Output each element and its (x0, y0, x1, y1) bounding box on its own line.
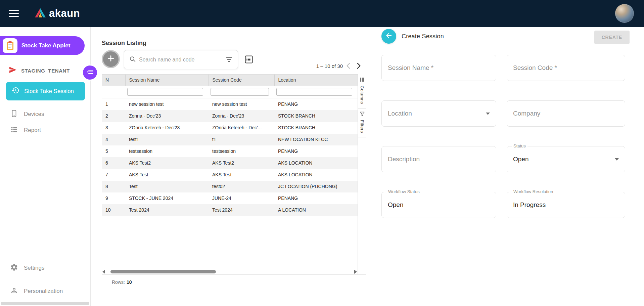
session-code-field-wrap (507, 55, 625, 81)
company-input[interactable] (513, 110, 619, 117)
filter-input-session-code[interactable] (211, 88, 269, 96)
cell-code: new session test (209, 98, 274, 110)
table-row[interactable]: 9STOCK - JUNE 2024JUNE-24PENANG (102, 192, 358, 204)
user-avatar[interactable] (615, 4, 634, 23)
cell-code: Zonria - Dec'23 (209, 110, 274, 122)
gear-icon (10, 263, 18, 273)
status-select[interactable]: Status Open (507, 146, 625, 172)
filter-input-location[interactable] (276, 88, 352, 96)
tab-filters[interactable]: Filters (358, 108, 366, 137)
column-header-session-code[interactable]: Session Code (209, 75, 274, 86)
search-box (124, 50, 238, 69)
tenant-selector[interactable]: STAGING_TENANT (9, 66, 90, 75)
status-label: Status (512, 143, 527, 148)
session-table: N Session Name Session Code Location (102, 74, 358, 216)
cell-location: JC LOCATION (PUCHONG) (274, 181, 358, 192)
cell-code: JUNE-24 (209, 192, 274, 204)
cell-location: PENANG (274, 192, 358, 204)
column-header-location[interactable]: Location (274, 75, 358, 86)
sidebar-item-report[interactable]: Report (0, 122, 90, 138)
rows-label: Rows: (112, 279, 125, 285)
cell-n: 3 (102, 122, 125, 134)
cell-location: STOCK BRANCH (274, 110, 358, 122)
cell-code: Test 2024 (209, 204, 274, 216)
cell-name: new session test (125, 98, 209, 110)
arrow-left-icon (385, 32, 393, 41)
table-hscrollbar[interactable] (102, 269, 358, 274)
app-window: akaun Stock Take Applet (0, 0, 644, 306)
cell-name: AKS Test2 (125, 157, 209, 169)
location-input[interactable] (388, 110, 490, 117)
sidebar-collapse-button[interactable] (82, 64, 98, 81)
search-input[interactable] (139, 57, 223, 63)
cell-n: 4 (102, 134, 125, 145)
cell-location: PENANG (274, 145, 358, 157)
menu-open-icon (86, 68, 94, 77)
workflow-status-value: Open (388, 201, 403, 209)
table-row[interactable]: 3ZOnria Ketereh - Dec'23ZOnria Ketereh -… (102, 122, 358, 134)
table-row[interactable]: 1new session testnew session testPENANG (102, 98, 358, 110)
panel-title: Create Session (402, 33, 444, 40)
table-row[interactable]: 6AKS Test2AKS Test2AKS LOCATION (102, 157, 358, 169)
browser-hscrollbar-thumb[interactable] (1, 302, 89, 305)
brand-name: akaun (49, 7, 80, 19)
scroll-right-arrow-icon[interactable] (354, 270, 357, 274)
filter-list-icon[interactable] (225, 56, 233, 63)
plus-icon (106, 54, 115, 64)
listing-title: Session Listing (102, 40, 366, 47)
table-row[interactable]: 4test1t1NEW LOCATION KLCC (102, 134, 358, 145)
workflow-resolution-field[interactable]: Workflow Resolution In Progress (507, 192, 625, 218)
sidebar-item-label: Stock Take Session (24, 88, 74, 95)
sidebar-item-settings[interactable]: Settings (0, 260, 90, 276)
cell-code: AKS Test2 (209, 157, 274, 169)
company-field-wrap (507, 100, 625, 127)
applet-header[interactable]: Stock Take Applet (0, 36, 85, 55)
columns-icon (360, 77, 365, 83)
cell-name: testsession (125, 145, 209, 157)
sidebar-item-stock-take-session[interactable]: Stock Take Session (6, 82, 85, 100)
topbar: akaun (0, 0, 644, 27)
column-header-n[interactable]: N (102, 75, 125, 86)
table-row[interactable]: 5testsessiontestsessionPENANG (102, 145, 358, 157)
cell-location: NEW LOCATION KLCC (274, 134, 358, 145)
table-row[interactable]: 10Test 2024Test 2024A LOCATION (102, 204, 358, 216)
table-row[interactable]: 8Testtest02JC LOCATION (PUCHONG) (102, 181, 358, 192)
pagination-prev-icon[interactable] (344, 61, 353, 70)
back-button[interactable] (381, 29, 396, 44)
sidebar-item-devices[interactable]: Devices (0, 106, 90, 122)
search-icon (129, 55, 136, 64)
create-button[interactable]: CREATE (594, 31, 630, 44)
sidebar-item-personalization[interactable]: Personalization (0, 283, 90, 299)
tenant-icon (9, 66, 17, 75)
session-name-input[interactable] (388, 64, 490, 72)
chevron-down-icon (615, 158, 619, 161)
hscrollbar-thumb[interactable] (110, 270, 216, 273)
pagination-range: 1 – 10 of 30 (316, 63, 343, 69)
cell-name: AKS Test (125, 169, 209, 181)
description-input[interactable] (388, 156, 490, 163)
pagination-next-icon[interactable] (354, 61, 363, 70)
funnel-icon (360, 112, 365, 118)
filter-input-session-name[interactable] (127, 88, 203, 96)
workflow-status-field[interactable]: Workflow Status Open (381, 192, 496, 218)
cell-name: Zonria - Dec'23 (125, 110, 209, 122)
session-code-input[interactable] (513, 64, 619, 72)
table-row[interactable]: 2Zonria - Dec'23Zonria - Dec'23STOCK BRA… (102, 110, 358, 122)
brand-logo[interactable]: akaun (34, 7, 80, 19)
cell-location: PENANG (274, 98, 358, 110)
rows-count: 10 (127, 279, 132, 285)
scroll-left-arrow-icon[interactable] (102, 270, 105, 274)
hamburger-menu-icon[interactable] (9, 10, 19, 17)
description-field-wrap (381, 146, 496, 172)
tenant-name: STAGING_TENANT (21, 68, 70, 74)
cell-code: AKS Test (209, 169, 274, 181)
location-select[interactable] (381, 100, 496, 127)
tab-columns[interactable]: Columns (358, 74, 366, 108)
add-session-button[interactable] (102, 50, 120, 68)
cell-n: 5 (102, 145, 125, 157)
table-row[interactable]: 7AKS TestAKS TestAKS LOCATION (102, 169, 358, 181)
cell-code: testsession (209, 145, 274, 157)
cell-n: 9 (102, 192, 125, 204)
list-alt-icon[interactable] (244, 55, 254, 65)
column-header-session-name[interactable]: Session Name (125, 75, 209, 86)
